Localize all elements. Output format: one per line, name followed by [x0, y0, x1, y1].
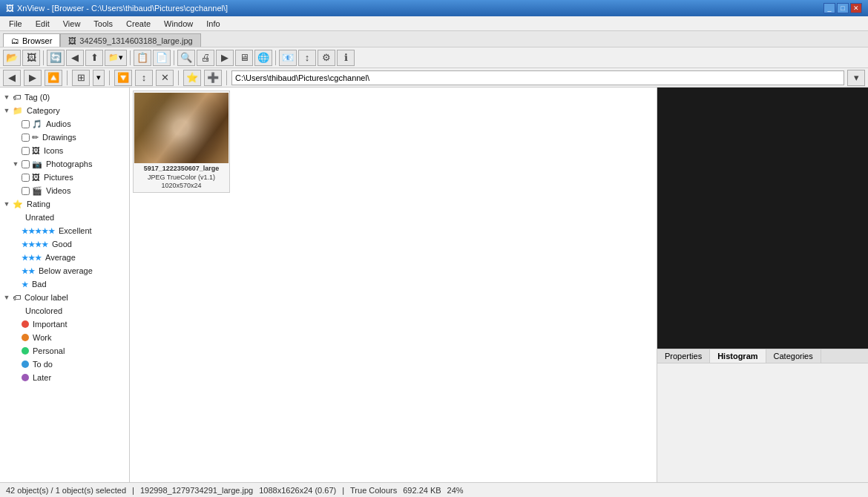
tree-item-category[interactable]: ▼📁Category	[0, 104, 129, 117]
tree-item-todo[interactable]: To do	[0, 358, 129, 371]
tree-item-audios[interactable]: 🎵Audios	[0, 117, 129, 131]
tree-item-pictures[interactable]: 🖼Pictures	[0, 171, 129, 184]
tree-item-drawings[interactable]: ✏Drawings	[0, 131, 129, 144]
open-folder-button[interactable]: 📂	[3, 50, 21, 66]
tree-item-videos[interactable]: 🎬Videos	[0, 184, 129, 197]
tab-image[interactable]: 🖼 342459_1314603188_large.jpg	[60, 33, 200, 47]
slideshow-button[interactable]: ▶	[216, 50, 234, 66]
category-checkbox[interactable]	[22, 174, 30, 182]
copy-button[interactable]: 📋	[134, 50, 151, 66]
refresh-button[interactable]: 🔄	[47, 50, 65, 66]
rating-star-icon: ★★	[22, 267, 35, 275]
view-dropdown[interactable]: ▾	[93, 70, 105, 86]
minimize-button[interactable]: _	[823, 3, 835, 13]
folder-up-button[interactable]: ⬆	[85, 50, 103, 66]
tree-item-important[interactable]: Important	[0, 317, 129, 331]
filter-button[interactable]: 🔽	[114, 70, 132, 86]
info-button[interactable]: ℹ	[337, 50, 355, 66]
tree-label: Work	[33, 333, 51, 342]
view-thumbs-button[interactable]: ⊞	[72, 70, 90, 86]
tree-label: Average	[45, 253, 76, 262]
tree-item-rating[interactable]: ▼⭐Rating	[0, 197, 129, 211]
thumbnail-item[interactable]: 5917_1222350607_largeJPEG TrueColor (v1.…	[133, 90, 230, 193]
tree-item-bad[interactable]: ★Bad	[0, 277, 129, 291]
rating-star-icon: ★	[22, 280, 28, 289]
close-button[interactable]: ✕	[850, 3, 862, 13]
tab-browser-label: Browser	[22, 36, 52, 45]
file-grid[interactable]: 5917_1222350607_largeJPEG TrueColor (v1.…	[130, 88, 657, 482]
tab-browser-icon: 🗂	[11, 36, 19, 45]
tree-item-good[interactable]: ★★★★Good	[0, 237, 129, 251]
tab-browser[interactable]: 🗂 Browser	[3, 33, 60, 47]
search-button[interactable]: 🔍	[177, 50, 195, 66]
tree-label: Tag (0)	[24, 93, 50, 102]
tab-histogram[interactable]: Histogram	[710, 349, 766, 363]
btab-row: Properties Histogram Categories	[657, 349, 868, 363]
status-colortype: True Colours	[350, 486, 397, 495]
tree-label: Good	[52, 240, 72, 249]
nav-sep4	[226, 70, 227, 85]
expander-icon: ▼	[12, 160, 19, 168]
menu-file[interactable]: File	[3, 18, 28, 30]
tree-item-uncolored[interactable]: Uncolored	[0, 304, 129, 317]
nav-back-button[interactable]: ◀	[3, 70, 21, 86]
nav-sep3	[178, 70, 179, 85]
tree-item-tag(0)[interactable]: ▼🏷Tag (0)	[0, 90, 129, 104]
thumb-dims: 1020x570x24	[135, 182, 228, 191]
fav-button[interactable]: ⭐	[183, 70, 201, 86]
monitor-button[interactable]: 🖥	[235, 50, 253, 66]
titlebar: 🖼 XnView - [Browser - C:\Users\thibaud\P…	[0, 0, 868, 16]
tree-item-colourlabel[interactable]: ▼🏷Colour label	[0, 291, 129, 304]
tree-item-excellent[interactable]: ★★★★★Excellent	[0, 224, 129, 237]
status-filesize2: 692.24 KB	[403, 486, 441, 495]
category-checkbox[interactable]	[22, 134, 30, 142]
tree-item-belowaverage[interactable]: ★★Below average	[0, 264, 129, 277]
add-fav-button[interactable]: ➕	[204, 70, 222, 86]
tab-properties[interactable]: Properties	[657, 349, 710, 363]
menu-info[interactable]: Info	[200, 18, 226, 30]
window-title: XnView - [Browser - C:\Users\thibaud\Pic…	[17, 4, 228, 13]
paste-button[interactable]: 📄	[153, 50, 171, 66]
nav-forward-button[interactable]: ▶	[24, 70, 42, 86]
sep4	[275, 50, 276, 65]
menu-view[interactable]: View	[57, 18, 87, 30]
nav-up-button[interactable]: 🔼	[45, 70, 62, 86]
go-button[interactable]: ▾	[847, 70, 865, 86]
folder-icon: 🖼	[32, 146, 40, 155]
tree-item-unrated[interactable]: Unrated	[0, 211, 129, 224]
tree-item-work[interactable]: Work	[0, 331, 129, 344]
tree-item-icons[interactable]: 🖼Icons	[0, 144, 129, 157]
web-button[interactable]: 🌐	[254, 50, 272, 66]
expander-icon: ▼	[3, 107, 10, 114]
print-button[interactable]: 🖨	[197, 50, 214, 66]
delete-filter-button[interactable]: ✕	[156, 70, 174, 86]
tree-label: Important	[33, 320, 67, 329]
folder-dropdown[interactable]: 📁▾	[105, 50, 127, 66]
settings-button[interactable]: ⚙	[318, 50, 335, 66]
maximize-button[interactable]: □	[837, 3, 849, 13]
menu-create[interactable]: Create	[120, 18, 157, 30]
menu-window[interactable]: Window	[158, 18, 199, 30]
transfer-button[interactable]: ↕	[298, 50, 316, 66]
address-input[interactable]	[231, 70, 844, 85]
email-button[interactable]: 📧	[279, 50, 297, 66]
tree-label: Excellent	[59, 226, 92, 235]
tree-item-average[interactable]: ★★★Average	[0, 251, 129, 264]
tree-item-later[interactable]: Later	[0, 371, 129, 384]
category-checkbox[interactable]	[22, 120, 30, 128]
back-button[interactable]: ◀	[66, 50, 84, 66]
tab-categories[interactable]: Categories	[766, 349, 821, 363]
open-button[interactable]: 🖼	[22, 50, 40, 66]
sort-button[interactable]: ↕	[135, 70, 153, 86]
right-panel: Properties Histogram Categories	[657, 88, 868, 482]
category-checkbox[interactable]	[22, 187, 30, 195]
menu-tools[interactable]: Tools	[88, 18, 119, 30]
left-panel: ▼🏷Tag (0)▼📁Category🎵Audios✏Drawings🖼Icon…	[0, 88, 130, 482]
tree-item-personal[interactable]: Personal	[0, 344, 129, 358]
tree-item-photographs[interactable]: ▼📷Photographs	[0, 157, 129, 171]
category-checkbox[interactable]	[22, 147, 30, 155]
title-area: 🖼 XnView - [Browser - C:\Users\thibaud\P…	[6, 4, 228, 13]
category-checkbox[interactable]	[22, 160, 30, 168]
tree-label: Icons	[44, 146, 63, 155]
menu-edit[interactable]: Edit	[30, 18, 56, 30]
